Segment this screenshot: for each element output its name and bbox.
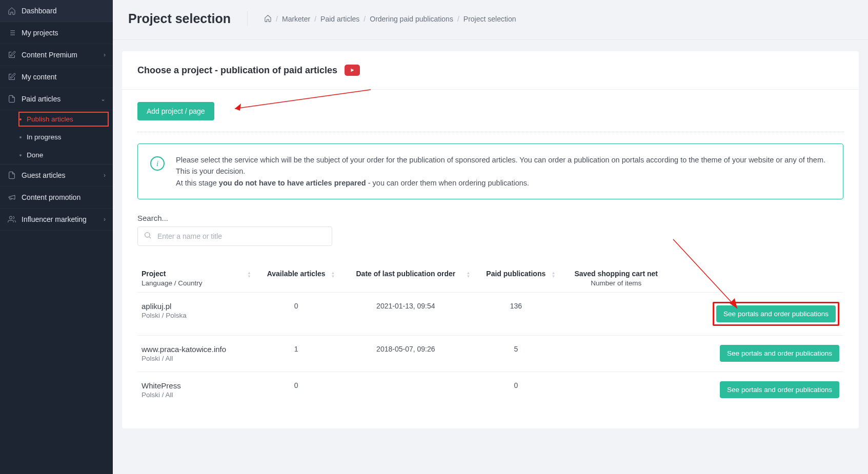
project-meta: Polski / All — [142, 355, 250, 362]
sidebar-item-label: Paid articles — [22, 95, 100, 103]
sidebar-item-my-projects[interactable]: My projects — [0, 22, 113, 44]
breadcrumb-link[interactable]: Paid articles — [320, 15, 359, 23]
cell-available: 0 — [254, 293, 338, 336]
breadcrumb-separator: / — [314, 15, 316, 23]
svg-line-13 — [149, 237, 151, 239]
file-icon — [7, 171, 16, 180]
breadcrumb-link[interactable]: Ordering paid publications — [370, 15, 453, 23]
chevron-down-icon: ⌄ — [100, 95, 106, 102]
bullet-icon — [19, 136, 22, 138]
edit-icon — [7, 50, 16, 59]
th-actions — [674, 264, 843, 293]
sidebar-item-label: Influencer marketing — [22, 215, 104, 223]
cell-date: 2018-05-07, 09:26 — [338, 336, 473, 372]
table-row: www.praca-katowice.info Polski / All 1 2… — [137, 336, 843, 372]
divider — [137, 132, 843, 132]
order-publications-button[interactable]: See portals and order publications — [720, 345, 839, 362]
sidebar-submenu-paid-articles: Publish articles In progress Done — [0, 110, 113, 164]
sidebar: Dashboard My projects Content Premium › … — [0, 0, 113, 474]
order-publications-button[interactable]: See portals and order publications — [716, 305, 836, 322]
search-input[interactable] — [137, 226, 332, 246]
project-name: WhitePress — [142, 381, 250, 390]
svg-marker-11 — [351, 69, 354, 72]
info-box: i Please select the service which will b… — [137, 143, 843, 199]
cell-available: 1 — [254, 336, 338, 372]
sidebar-item-label: Dashboard — [22, 7, 106, 15]
content-card: Choose a project - publication of paid a… — [122, 51, 859, 428]
youtube-icon[interactable] — [345, 65, 360, 76]
sidebar-item-paid-articles[interactable]: Paid articles ⌄ — [0, 88, 113, 110]
sort-icon: ▲▼ — [551, 272, 555, 278]
th-paid[interactable]: Paid publications ▲▼ — [473, 264, 558, 293]
table-row: aplikuj.pl Polski / Polska 0 2021-01-13,… — [137, 293, 843, 336]
search-label: Search... — [137, 214, 843, 222]
sidebar-item-label: In progress — [27, 133, 106, 141]
search-icon — [144, 231, 152, 241]
card-header: Choose a project - publication of paid a… — [122, 51, 859, 90]
cell-paid: 5 — [473, 336, 558, 372]
th-cart: Saved shopping cart net Number of items — [558, 264, 674, 293]
main-content: Project selection / Marketer / Paid arti… — [113, 0, 868, 474]
file-icon — [7, 94, 16, 104]
sidebar-item-dashboard[interactable]: Dashboard — [0, 0, 113, 22]
sidebar-item-influencer-marketing[interactable]: Influencer marketing › — [0, 209, 113, 231]
table-row: WhitePress Polski / All 0 0 See portals … — [137, 372, 843, 408]
th-project[interactable]: Project Language / Country ▲▼ — [137, 264, 254, 293]
cell-date: 2021-01-13, 09:54 — [338, 293, 473, 336]
svg-point-12 — [145, 233, 150, 237]
sidebar-subitem-publish-articles[interactable]: Publish articles — [14, 110, 113, 128]
project-meta: Polski / All — [142, 391, 250, 399]
bullet-icon — [19, 118, 22, 120]
breadcrumb-separator: / — [364, 15, 366, 23]
info-line2a: At this stage — [176, 179, 219, 187]
svg-point-6 — [9, 216, 12, 219]
sidebar-item-content-promotion[interactable]: Content promotion — [0, 187, 113, 209]
cell-cart — [558, 372, 674, 408]
sidebar-item-label: My content — [22, 73, 106, 81]
cell-cart — [558, 293, 674, 336]
card-title: Choose a project - publication of paid a… — [137, 65, 337, 76]
info-line2b: you do not have to have articles prepare… — [219, 179, 366, 187]
sort-icon: ▲▼ — [466, 272, 470, 278]
sidebar-item-label: Done — [27, 151, 106, 159]
order-publications-button[interactable]: See portals and order publications — [720, 381, 839, 398]
cell-date — [338, 372, 473, 408]
sidebar-item-label: Guest articles — [22, 171, 104, 179]
home-icon[interactable] — [264, 14, 272, 24]
home-icon — [7, 6, 16, 15]
projects-table: Project Language / Country ▲▼ Available … — [137, 264, 843, 408]
breadcrumb-current: Project selection — [463, 15, 516, 23]
breadcrumb-link[interactable]: Marketer — [282, 15, 310, 23]
breadcrumb: / Marketer / Paid articles / Ordering pa… — [264, 14, 516, 24]
sidebar-subitem-done[interactable]: Done — [14, 146, 113, 164]
list-icon — [7, 28, 16, 37]
sidebar-item-my-content[interactable]: My content — [0, 66, 113, 88]
th-date[interactable]: Date of last publication order ▲▼ — [338, 264, 473, 293]
sidebar-item-label: My projects — [22, 29, 106, 37]
sidebar-item-guest-articles[interactable]: Guest articles › — [0, 164, 113, 187]
chevron-right-icon: › — [104, 216, 106, 223]
edit-icon — [7, 72, 16, 81]
search-block: Search... — [137, 214, 843, 246]
breadcrumb-separator: / — [457, 15, 459, 23]
cell-available: 0 — [254, 372, 338, 408]
info-icon: i — [150, 156, 165, 171]
chevron-right-icon: › — [104, 172, 106, 179]
cell-paid: 136 — [473, 293, 558, 336]
th-available[interactable]: Available articles ▲▼ — [254, 264, 338, 293]
users-icon — [7, 215, 16, 224]
page-title: Project selection — [128, 11, 248, 26]
sidebar-item-label: Publish articles — [27, 115, 106, 123]
cell-cart — [558, 336, 674, 372]
sidebar-subitem-in-progress[interactable]: In progress — [14, 128, 113, 146]
add-project-button[interactable]: Add project / page — [137, 102, 214, 120]
sidebar-item-label: Content Premium — [22, 51, 104, 59]
sort-icon: ▲▼ — [331, 272, 335, 278]
annotation-highlight-box: See portals and order publications — [713, 302, 839, 326]
sidebar-item-content-premium[interactable]: Content Premium › — [0, 44, 113, 66]
sort-icon: ▲▼ — [247, 272, 251, 278]
sidebar-item-label: Content promotion — [22, 193, 106, 201]
cell-paid: 0 — [473, 372, 558, 408]
info-line1: Please select the service which will be … — [176, 156, 825, 175]
info-text: Please select the service which will be … — [176, 154, 831, 189]
